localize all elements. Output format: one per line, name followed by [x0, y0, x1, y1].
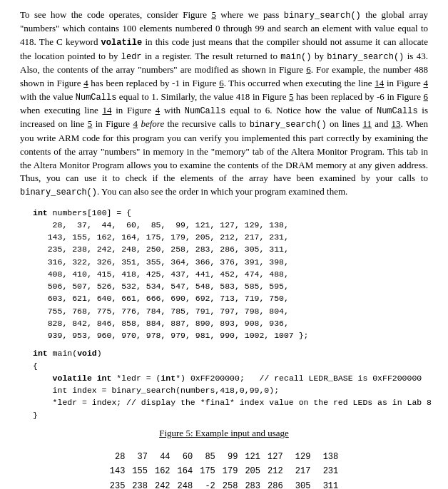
- main-paragraph: To see how the code operates, consider F…: [20, 9, 428, 200]
- fig6-array-table: 28 37 44 60 85 99121127 129138 143155162…: [106, 449, 343, 489]
- fig5-caption: Figure 5: Example input and usage: [20, 427, 428, 441]
- code-main-function: int main(void) { volatile int *ledr = (i…: [33, 347, 428, 421]
- code-numbers-array: int numbers[100] = { 28, 37, 44, 60, 85,…: [33, 207, 428, 342]
